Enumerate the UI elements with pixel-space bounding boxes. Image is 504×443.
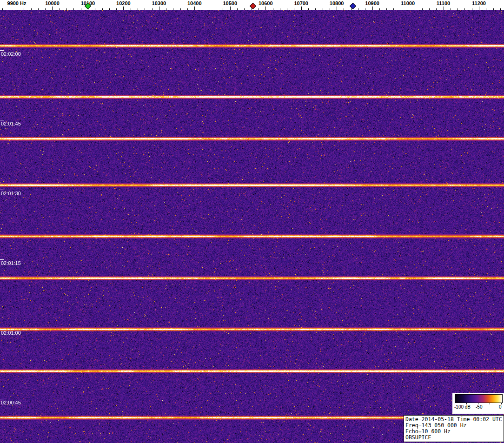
time-tick	[0, 190, 4, 190]
freq-tick-label: 10600	[259, 0, 273, 6]
freq-tick-label: 10200	[116, 0, 131, 6]
legend-tick	[455, 403, 455, 404]
freq-minor-tick	[145, 8, 145, 10]
freq-minor-tick	[138, 8, 138, 10]
freq-major-tick	[17, 7, 17, 10]
time-tick	[0, 120, 4, 120]
freq-tick-label: 10700	[294, 0, 308, 6]
freq-minor-tick	[45, 8, 46, 10]
freq-minor-tick	[393, 8, 394, 10]
freq-minor-tick	[31, 8, 32, 10]
blue-diamond-marker[interactable]	[349, 3, 356, 9]
freq-minor-tick	[458, 8, 458, 10]
time-tick	[0, 259, 4, 260]
info-station: OBSUPICE	[405, 435, 502, 441]
freq-major-tick	[408, 7, 408, 10]
freq-minor-tick	[358, 8, 358, 10]
time-label: 02:01:00	[1, 330, 21, 336]
freq-minor-tick	[216, 8, 216, 10]
freq-minor-tick	[131, 8, 131, 10]
freq-minor-tick	[315, 8, 316, 10]
freq-minor-tick	[10, 8, 10, 10]
freq-minor-tick	[294, 8, 294, 10]
freq-minor-tick	[323, 8, 323, 10]
freq-minor-tick	[187, 8, 188, 10]
freq-minor-tick	[351, 8, 351, 10]
freq-minor-tick	[273, 8, 273, 10]
freq-major-tick	[230, 7, 231, 10]
freq-minor-tick	[81, 8, 81, 10]
freq-major-tick	[444, 7, 444, 10]
freq-minor-tick	[173, 8, 173, 10]
freq-tick-label: 10500	[223, 0, 237, 6]
freq-minor-tick	[24, 8, 24, 10]
freq-minor-tick	[280, 8, 280, 10]
freq-minor-tick	[464, 8, 465, 10]
freq-minor-tick	[422, 8, 423, 10]
freq-minor-tick	[73, 8, 74, 10]
waterfall-screen: 9900 Hz100001010010200103001040010500106…	[0, 0, 504, 443]
freq-major-tick	[52, 7, 53, 10]
freq-minor-tick	[116, 8, 117, 10]
freq-tick-label: 11000	[401, 0, 415, 6]
frequency-ruler[interactable]: 9900 Hz100001010010200103001040010500106…	[0, 0, 504, 10]
freq-minor-tick	[500, 8, 501, 10]
freq-major-tick	[123, 7, 124, 10]
freq-minor-tick	[109, 8, 110, 10]
freq-minor-tick	[379, 8, 380, 10]
freq-major-tick	[301, 7, 302, 10]
observation-info-box: Date=2014-05-18 Time=00:02 UTC Freq=143 …	[404, 415, 504, 442]
legend-tick	[478, 403, 478, 404]
freq-minor-tick	[415, 8, 415, 10]
freq-tick-label: 10400	[187, 0, 202, 6]
time-label: 02:00:45	[1, 400, 21, 405]
freq-minor-tick	[152, 8, 153, 10]
freq-minor-tick	[166, 8, 166, 10]
color-scale-legend: -100 dB -50 0	[452, 393, 504, 414]
freq-minor-tick	[237, 8, 238, 10]
freq-tick-label: 10000	[45, 0, 60, 6]
time-tick	[0, 399, 4, 399]
red-diamond-marker[interactable]	[250, 3, 256, 9]
freq-minor-tick	[60, 8, 60, 10]
freq-minor-tick	[102, 8, 103, 10]
legend-max-label: 0	[499, 404, 502, 410]
freq-tick-label: 11100	[437, 0, 450, 6]
freq-minor-tick	[287, 8, 287, 10]
color-gradient-bar	[455, 394, 503, 403]
legend-tick	[490, 403, 490, 404]
freq-tick-label: 10300	[152, 0, 166, 6]
freq-major-tick	[372, 7, 373, 10]
legend-min-label: -100 dB	[454, 404, 471, 410]
freq-major-tick	[194, 7, 195, 10]
freq-minor-tick	[308, 8, 309, 10]
freq-minor-tick	[330, 8, 330, 10]
time-label: 02:01:45	[1, 121, 21, 126]
freq-minor-tick	[2, 8, 3, 10]
freq-minor-tick	[344, 8, 344, 10]
freq-minor-tick	[223, 8, 223, 10]
freq-minor-tick	[429, 8, 430, 10]
freq-minor-tick	[493, 8, 494, 10]
legend-mid-label: -50	[476, 404, 482, 410]
freq-minor-tick	[365, 8, 365, 10]
legend-tick	[501, 403, 502, 404]
freq-major-tick	[159, 7, 159, 10]
time-label: 02:01:30	[1, 191, 21, 196]
freq-major-tick	[265, 7, 266, 10]
spectrogram-canvas[interactable]	[0, 10, 504, 443]
freq-minor-tick	[180, 8, 181, 10]
freq-minor-tick	[436, 8, 437, 10]
freq-minor-tick	[244, 8, 245, 10]
time-tick	[0, 329, 4, 330]
freq-tick-label: 11200	[472, 0, 486, 6]
legend-tick	[466, 403, 467, 404]
freq-minor-tick	[401, 8, 401, 10]
time-label: 02:02:00	[1, 51, 21, 57]
freq-minor-tick	[386, 8, 387, 10]
freq-minor-tick	[451, 8, 451, 10]
freq-minor-tick	[95, 8, 95, 10]
time-tick	[0, 50, 4, 51]
freq-major-tick	[337, 7, 337, 10]
freq-minor-tick	[209, 8, 209, 10]
